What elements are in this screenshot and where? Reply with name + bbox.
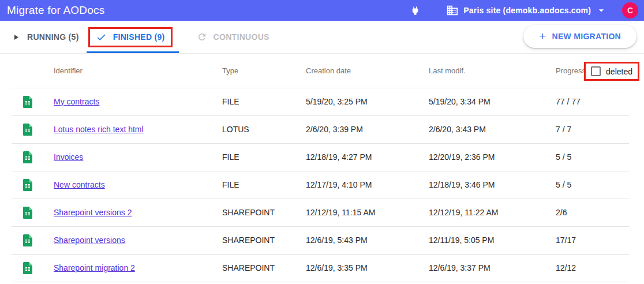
cell-creation-date: 2/6/20, 3:39 PM [306,125,429,134]
cell-icon [0,124,54,136]
migration-link[interactable]: Sharepoint versions [54,236,125,245]
cell-last-modif: 12/12/19, 11:22 AM [429,208,556,217]
cell-type: SHAREPOINT [222,263,306,272]
cell-identifier: Invoices [54,152,222,162]
cell-progress: 77 / 77 [556,97,644,106]
site-label: Paris site (demokb.aodocs.com) [463,6,591,15]
spreadsheet-icon [23,262,32,274]
app-title: Migrate for AODocs [7,4,104,17]
cell-icon [0,151,54,163]
cell-identifier: Sharepoint versions 2 [54,208,222,217]
cell-type: SHAREPOINT [222,208,306,217]
spreadsheet-icon [23,207,32,219]
plus-icon: + [539,30,546,42]
cell-last-modif: 5/19/20, 3:34 PM [429,97,556,106]
spreadsheet-icon [23,151,32,163]
migration-link[interactable]: My contracts [54,97,99,106]
column-header-last-modif: Last modif. [429,66,556,75]
active-tab-underline [87,51,179,53]
spreadsheet-icon [23,234,32,246]
table-row: Lotus notes rich text html LOTUS 2/6/20,… [0,115,644,143]
cell-progress: 5 / 5 [556,180,644,189]
cell-creation-date: 5/19/20, 3:25 PM [306,97,429,106]
cell-type: FILE [222,152,306,162]
tab-finished-label: FINISHED (9) [113,32,165,42]
table-row: Invoices FILE 12/18/19, 4:27 PM 12/20/19… [0,143,644,171]
cell-creation-date: 12/18/19, 4:27 PM [306,152,429,162]
cell-progress: 7 / 7 [556,125,644,134]
cell-icon [0,234,54,246]
migration-link[interactable]: Lotus notes rich text html [54,125,144,134]
table-row: Sharepoint versions SHAREPOINT 12/6/19, … [0,226,644,254]
new-migration-label: NEW MIGRATION [552,32,621,41]
migration-link[interactable]: New contracts [54,180,105,189]
column-header-type: Type [222,66,306,75]
cell-icon [0,262,54,274]
deleted-filter: deleted [584,62,639,81]
cell-last-modif: 2/6/20, 3:43 PM [429,125,556,134]
table-row: New contracts FILE 12/17/19, 4:10 PM 12/… [0,171,644,199]
tab-bar: RUNNING (5) FINISHED (9) CONTINUOUS + NE… [0,21,644,54]
migration-link[interactable]: Sharepoint versions 2 [54,208,132,217]
column-header-identifier: Identifier [54,66,222,75]
tab-running-label: RUNNING (5) [27,32,79,42]
deleted-checkbox[interactable] [591,66,601,76]
cell-type: FILE [222,180,306,189]
cell-creation-date: 12/12/19, 11:15 AM [306,208,429,217]
cell-icon [0,179,54,191]
table-row: My contracts FILE 5/19/20, 3:25 PM 5/19/… [0,88,644,115]
table-row: Sharepoint versions 2 SHAREPOINT 12/12/1… [0,199,644,226]
site-selector[interactable]: Paris site (demokb.aodocs.com) [446,4,607,17]
domain-building-icon [446,4,459,17]
play-arrow-icon [12,33,20,42]
cell-type: SHAREPOINT [222,236,306,245]
cell-identifier: Lotus notes rich text html [54,125,222,134]
cell-creation-date: 12/6/19, 5:43 PM [306,236,429,245]
cell-identifier: Sharepoint versions [54,236,222,245]
deleted-checkbox-label: deleted [606,67,632,76]
cell-last-modif: 12/11/19, 5:05 PM [429,236,556,245]
cell-progress: 2/6 [556,208,644,217]
app-header: Migrate for AODocs Paris site (demokb.ao… [0,0,644,21]
power-plug-icon[interactable] [410,5,421,16]
avatar[interactable]: C [622,2,638,18]
check-icon [96,32,107,43]
appbar-right: Paris site (demokb.aodocs.com) C [410,2,638,18]
chevron-down-icon [596,5,607,16]
cell-type: LOTUS [222,125,306,134]
cell-progress: 5 / 5 [556,152,644,162]
table-header: Identifier Type Creation date Last modif… [0,54,644,88]
table-bottom-divider [0,282,644,284]
cell-creation-date: 12/6/19, 3:35 PM [306,263,429,272]
cell-last-modif: 12/6/19, 3:37 PM [429,263,556,272]
tab-continuous[interactable]: CONTINUOUS [197,32,269,42]
cell-icon [0,96,54,108]
cell-type: FILE [222,97,306,106]
tab-running[interactable]: RUNNING (5) [12,32,79,42]
cell-last-modif: 12/18/19, 3:46 PM [429,180,556,189]
refresh-icon [197,32,207,42]
cell-icon [0,207,54,219]
tab-continuous-label: CONTINUOUS [214,32,269,42]
spreadsheet-icon [23,96,32,108]
cell-identifier: Sharepoint migration 2 [54,263,222,272]
new-migration-button[interactable]: + NEW MIGRATION [523,25,636,48]
migration-link[interactable]: Invoices [54,152,83,162]
cell-creation-date: 12/17/19, 4:10 PM [306,180,429,189]
cell-progress: 17/17 [556,236,644,245]
migration-link[interactable]: Sharepoint migration 2 [54,263,135,272]
spreadsheet-icon [23,124,32,136]
spreadsheet-icon [23,179,32,191]
cell-identifier: My contracts [54,97,222,106]
migration-table: My contracts FILE 5/19/20, 3:25 PM 5/19/… [0,88,644,284]
tab-finished[interactable]: FINISHED (9) [88,27,173,47]
cell-identifier: New contracts [54,180,222,189]
column-header-creation-date: Creation date [306,66,429,75]
table-row: Sharepoint migration 2 SHAREPOINT 12/6/1… [0,254,644,282]
cell-last-modif: 12/20/19, 2:36 PM [429,152,556,162]
cell-progress: 12/12 [556,263,644,272]
